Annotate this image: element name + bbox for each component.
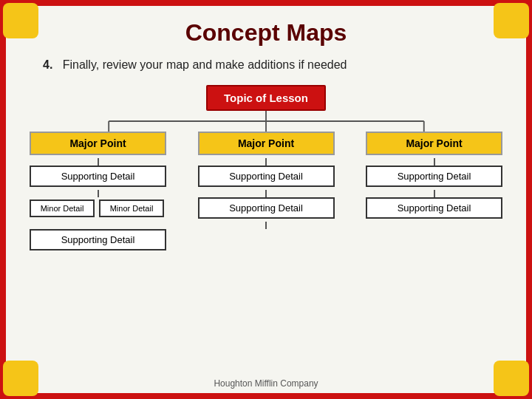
major-connector: [30, 155, 502, 163]
major-point-1: Major Point: [30, 132, 166, 155]
minor-detail-2: Minor Detail: [99, 200, 164, 217]
topic-connector: [44, 111, 488, 132]
major-point-3: Major Point: [366, 132, 502, 155]
support-3-2: Supporting Detail: [30, 229, 166, 250]
support-1-3: Supporting Detail: [366, 166, 502, 187]
supporting-row-1: Supporting Detail Supporting Detail Supp…: [30, 166, 502, 187]
step-description: Finally, review your map and make additi…: [63, 58, 347, 71]
corner-tl: [3, 3, 38, 38]
bottom-support-row: Supporting Detail: [30, 229, 502, 250]
support-2-3: Supporting Detail: [366, 197, 502, 219]
bottom-connector: [30, 219, 502, 226]
major-point-2: Major Point: [198, 132, 335, 155]
corner-tr: [494, 3, 529, 38]
step-text: 4. Finally, review your map and make add…: [43, 57, 347, 73]
topic-node: Topic of Lesson: [206, 85, 326, 111]
page-content: Concept Maps 4. Finally, review your map…: [6, 6, 526, 393]
page-title: Concept Maps: [185, 19, 347, 47]
page-footer: Houghton Mifflin Company: [214, 378, 318, 389]
minor-pair: Minor Detail Minor Detail: [30, 200, 166, 217]
support-1-2: Supporting Detail: [198, 166, 335, 187]
corner-bl: [3, 361, 38, 396]
step-number: 4.: [43, 58, 52, 71]
minor-detail-1: Minor Detail: [30, 200, 95, 217]
minor-and-support-row: Minor Detail Minor Detail Supporting Det…: [30, 197, 502, 219]
support-connector: [30, 187, 502, 194]
support-2-2: Supporting Detail: [198, 197, 335, 219]
support-1-1: Supporting Detail: [30, 166, 166, 187]
major-points-row: Major Point Major Point Major Point: [30, 132, 502, 155]
corner-br: [494, 361, 529, 396]
concept-map: Topic of Lesson Major Point Major Point …: [28, 85, 504, 250]
